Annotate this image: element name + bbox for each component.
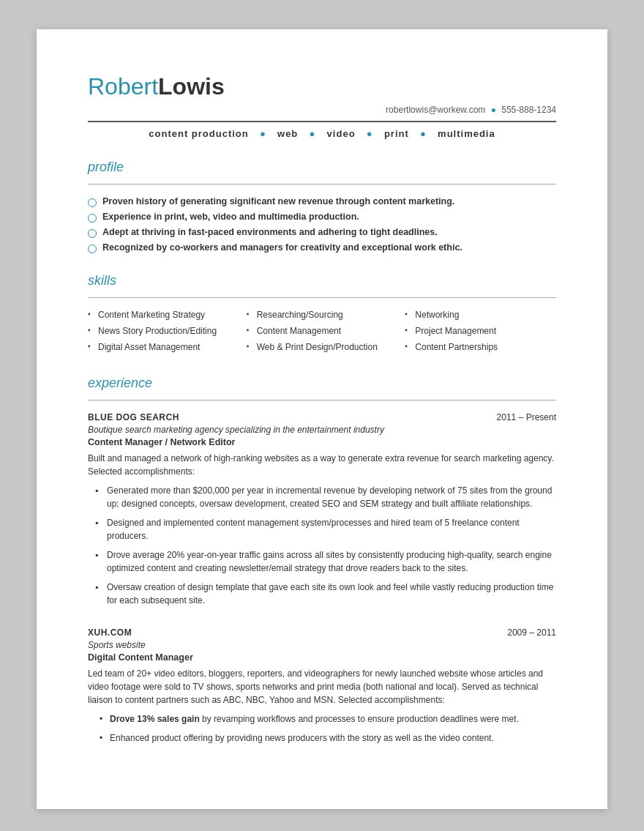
skill-item: News Story Production/Editing [88,326,239,336]
skill-item: Project Management [405,326,556,336]
first-name: Robert [88,73,158,100]
list-item: Drove average 20% year-on-year traffic g… [95,548,556,575]
job-header-1: BLUE DOG SEARCH 2011 – Present [88,412,556,422]
job-bullets-1: Generated more than $200,000 per year in… [95,484,556,607]
job-summary-2: Led team of 20+ video editors, bloggers,… [88,667,556,707]
profile-list: Proven history of generating significant… [88,196,556,253]
job-bullets-2: Drove 13% sales gain by revamping workfl… [100,712,556,745]
top-divider [88,121,556,122]
skill-item: Web & Print Design/Production [247,342,398,352]
job-dates-1: 2011 – Present [497,412,556,422]
job-title-2: Digital Content Manager [88,652,556,663]
dot-separator: ● [491,105,496,115]
list-item: Designed and implemented content managem… [95,516,556,543]
skill-item: Content Partnerships [405,342,556,352]
skill-item: Networking [405,310,556,320]
company-desc-1: Boutique search marketing agency special… [88,425,556,435]
experience-divider [88,400,556,400]
list-item: Proven history of generating significant… [88,196,556,206]
skill-item: Content Marketing Strategy [88,310,239,320]
list-item: Adept at thriving in fast-paced environm… [88,227,556,237]
last-name: Lowis [158,73,225,100]
contact-line: robertlowis@workew.com ● 555-888-1234 [88,105,556,115]
skills-divider [88,297,556,298]
profile-divider [88,184,556,185]
list-item: Enhanced product offering by providing n… [100,731,556,745]
full-name: RobertLowis [88,73,556,100]
resume-page: RobertLowis robertlowis@workew.com ● 555… [37,29,607,809]
company-name-2: XUH.COM [88,627,132,638]
skill-item: Digital Asset Management [88,342,239,352]
header: RobertLowis robertlowis@workew.com ● 555… [88,73,556,139]
list-item: Drove 13% sales gain by revamping workfl… [100,712,556,726]
job-block-1: BLUE DOG SEARCH 2011 – Present Boutique … [88,412,556,607]
profile-title: profile [88,160,556,175]
experience-section: experience BLUE DOG SEARCH 2011 – Presen… [88,376,556,745]
profile-section: profile Proven history of generating sig… [88,160,556,253]
tagline: content production ● web ● video ● print… [88,128,556,139]
skill-item: Content Management [247,326,398,336]
job-header-2: XUH.COM 2009 – 2011 [88,627,556,638]
skills-grid: Content Marketing Strategy Researching/S… [88,310,556,355]
list-item: Oversaw creation of design template that… [95,581,556,607]
phone: 555-888-1234 [501,105,556,115]
job-summary-1: Built and managed a network of high-rank… [88,452,556,478]
list-item: Recognized by co-workers and managers fo… [88,242,556,253]
skills-section: skills Content Marketing Strategy Resear… [88,273,556,355]
experience-title: experience [88,376,556,391]
company-desc-2: Sports website [88,640,556,650]
bold-text: Drove 13% sales gain [110,714,200,724]
job-title-1: Content Manager / Network Editor [88,437,556,447]
list-item: Experience in print, web, video and mult… [88,212,556,222]
list-item: Generated more than $200,000 per year in… [95,484,556,510]
email: robertlowis@workew.com [386,105,485,115]
skill-item: Researching/Sourcing [247,310,398,320]
job-dates-2: 2009 – 2011 [507,627,556,638]
skills-title: skills [88,273,556,288]
company-name-1: BLUE DOG SEARCH [88,412,179,422]
job-block-2: XUH.COM 2009 – 2011 Sports website Digit… [88,627,556,745]
